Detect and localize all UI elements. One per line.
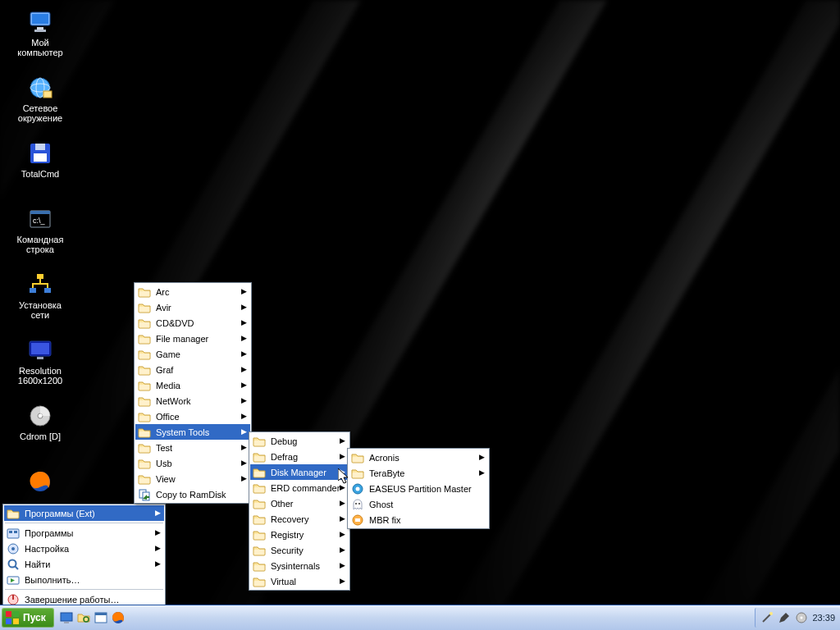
menu-item-recovery[interactable]: Recovery▶: [250, 511, 349, 527]
programs-icon: [7, 527, 20, 540]
menu-item-avir[interactable]: Avir▶: [135, 299, 250, 315]
menu-item-label: TeraByte: [369, 468, 404, 478]
menu-item-other[interactable]: Other▶: [250, 495, 349, 511]
tray-wand[interactable]: [760, 611, 774, 624]
tray-disc[interactable]: [795, 611, 808, 624]
menu-item-acronis[interactable]: Acronis▶: [349, 450, 488, 465]
menu-item-usb[interactable]: Usb▶: [135, 455, 250, 471]
svg-rect-14: [37, 274, 43, 279]
submenu-arrow-icon: ▶: [340, 468, 345, 476]
menu-item-game[interactable]: Game▶: [135, 346, 250, 362]
menu-item-security[interactable]: Security▶: [250, 542, 349, 558]
submenu-arrow-icon: ▶: [241, 365, 247, 373]
svg-point-84: [801, 617, 803, 619]
submenu-arrow-icon: ▶: [241, 287, 247, 295]
menu-item-sysinternals[interactable]: Sysinternals▶: [250, 558, 349, 573]
folder-icon: [138, 441, 151, 454]
menu-item-view[interactable]: View▶: [135, 471, 250, 486]
svg-rect-42: [139, 400, 150, 406]
quicklaunch-explorer[interactable]: [76, 610, 91, 625]
desktop-icon-totalcmd[interactable]: TotalCmd: [8, 139, 72, 179]
menu-item--ext-[interactable]: Программы (Ext)▶: [4, 505, 164, 521]
menu-item-arc[interactable]: Arc▶: [135, 284, 250, 299]
netsetup-icon: [26, 271, 54, 299]
svg-rect-56: [254, 518, 265, 524]
folder-icon: [253, 466, 266, 479]
svg-rect-68: [355, 518, 360, 522]
menu-item-graf[interactable]: Graf▶: [135, 362, 250, 377]
menu-item-mbr-fix[interactable]: MBR fix: [349, 512, 488, 527]
menu-item--[interactable]: Программы▶: [4, 525, 164, 541]
svg-rect-40: [139, 369, 150, 375]
quicklaunch-show-desktop[interactable]: [59, 610, 74, 625]
firefox-icon: [26, 468, 54, 495]
svg-rect-10: [34, 153, 47, 162]
svg-point-81: [769, 612, 773, 615]
menu-item-erd-commander[interactable]: ERD commander▶: [250, 480, 349, 495]
submenu-disk-manager[interactable]: Acronis▶TeraByte▶EASEUS Partition Master…: [347, 448, 490, 529]
menu-item-terabyte[interactable]: TeraByte▶: [349, 465, 488, 481]
menu-item--[interactable]: Настройка▶: [4, 541, 164, 556]
menu-item-copy-to-ramdisk[interactable]: Copy to RamDisk: [135, 486, 250, 502]
tray-pen[interactable]: [778, 611, 791, 624]
menu-item-debug[interactable]: Debug▶: [250, 433, 349, 449]
menu-item-test[interactable]: Test▶: [135, 440, 250, 455]
menu-item-network[interactable]: NetWork▶: [135, 393, 250, 409]
svg-rect-39: [139, 354, 150, 359]
svg-rect-61: [353, 457, 363, 463]
submenu-arrow-icon: ▶: [241, 427, 247, 436]
menu-item-defrag[interactable]: Defrag▶: [250, 449, 349, 464]
folder-icon: [138, 317, 151, 330]
svg-rect-78: [95, 613, 107, 615]
folder-icon: [138, 395, 151, 408]
desktop-icon-firefox[interactable]: [8, 468, 72, 497]
menu-item-registry[interactable]: Registry▶: [250, 527, 349, 542]
submenu-arrow-icon: ▶: [241, 396, 247, 404]
svg-rect-57: [254, 534, 265, 540]
menu-item-office[interactable]: Office▶: [135, 409, 250, 424]
menu-item-label: CD&DVD: [156, 318, 194, 328]
start-menu[interactable]: Программы (Ext)▶Программы▶Настройка▶Найт…: [2, 504, 166, 609]
menu-item-label: Acronis: [369, 453, 399, 463]
menu-item-cd-dvd[interactable]: CD&DVD▶: [135, 315, 250, 331]
svg-rect-60: [254, 581, 265, 587]
folder-icon: [253, 528, 266, 541]
desktop-icon-cmd[interactable]: c:\_Команднаястрока: [8, 205, 72, 254]
svg-line-30: [15, 566, 18, 569]
desktop-icon-network[interactable]: Сетевоеокружение: [8, 74, 72, 123]
menu-item-file-manager[interactable]: File manager▶: [135, 331, 250, 346]
menu-item-label: Ghost: [369, 500, 393, 509]
menu-item-label: Настройка: [25, 544, 69, 554]
menu-item-virtual[interactable]: Virtual▶: [250, 573, 349, 589]
copy-icon: [138, 488, 151, 501]
svg-rect-41: [139, 385, 150, 390]
submenu-system-tools[interactable]: Debug▶Defrag▶Disk Manager▶ERD commander▶…: [249, 431, 350, 591]
menu-item--[interactable]: Выполнить…: [4, 572, 164, 587]
menu-item-ghost[interactable]: Ghost: [349, 496, 488, 512]
app-ghost-icon: [351, 498, 364, 511]
clock[interactable]: 23:39: [812, 613, 835, 623]
menu-item-system-tools[interactable]: System Tools▶: [135, 424, 250, 440]
svg-text:c:\_: c:\_: [33, 217, 46, 225]
svg-rect-58: [254, 550, 265, 555]
svg-rect-75: [64, 622, 69, 623]
desktop-icon-cdrom[interactable]: Cdrom [D]: [8, 402, 72, 441]
menu-item-label: Defrag: [271, 452, 298, 462]
menu-item-label: Security: [271, 546, 304, 555]
desktop-icon-netsetup[interactable]: Установкасети: [8, 271, 72, 320]
quicklaunch-calendar[interactable]: [94, 610, 108, 625]
menu-item-disk-manager[interactable]: Disk Manager▶: [250, 464, 349, 480]
desktop-icon-resolution[interactable]: Resolution1600x1200: [8, 336, 72, 386]
quick-launch: [59, 610, 126, 625]
quicklaunch-firefox[interactable]: [111, 610, 126, 625]
menu-item-label: Disk Manager: [271, 468, 326, 477]
menu-item-media[interactable]: Media▶: [135, 377, 250, 393]
menu-item-label: Найти: [25, 559, 50, 569]
start-button[interactable]: Пуск: [2, 608, 54, 628]
desktop-icon-my-computer[interactable]: Мойкомпьютер: [8, 8, 72, 57]
desktop-icon-label: Мойкомпьютер: [8, 38, 72, 57]
submenu-programs-ext[interactable]: Arc▶Avir▶CD&DVD▶File manager▶Game▶Graf▶M…: [134, 282, 252, 504]
menu-item--[interactable]: Найти▶: [4, 556, 164, 572]
menu-item-easeus-partition-master[interactable]: EASEUS Partition Master: [349, 481, 488, 496]
folder-icon: [253, 482, 266, 495]
